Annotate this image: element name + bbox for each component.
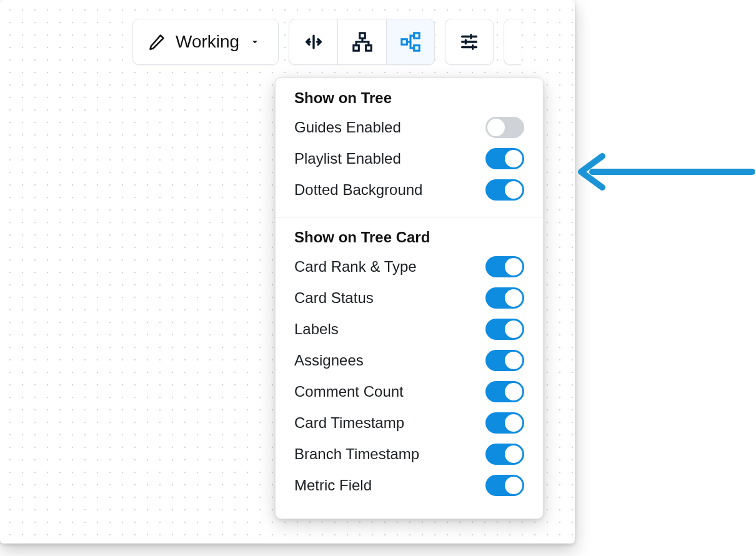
pencil-icon xyxy=(148,33,166,51)
toggle-card-timestamp[interactable] xyxy=(485,412,524,434)
toggle-row-comment-count: Comment Count xyxy=(294,376,524,407)
view-button-group xyxy=(289,19,435,65)
toggle-row-card-rank-type: Card Rank & Type xyxy=(294,251,524,282)
tree-up-icon xyxy=(352,31,373,52)
caret-down-icon xyxy=(249,36,261,47)
mode-label: Working xyxy=(176,32,239,52)
toggle-row-card-status: Card Status xyxy=(294,282,524,314)
toggle-guides-enabled[interactable] xyxy=(485,117,524,138)
tree-settings-panel: Show on Tree Guides Enabled Playlist Ena… xyxy=(275,77,544,519)
show-on-tree-card-section: Show on Tree Card Card Rank & Type Card … xyxy=(276,217,543,507)
toggle-row-metric-field: Metric Field xyxy=(294,470,524,501)
mode-dropdown-button[interactable]: Working xyxy=(132,19,279,65)
toggle-row-playlist-enabled: Playlist Enabled xyxy=(294,143,524,174)
toggle-label: Labels xyxy=(294,320,339,338)
settings-button[interactable] xyxy=(445,19,494,65)
compress-button[interactable] xyxy=(289,19,337,65)
tree-side-icon xyxy=(400,31,421,52)
toggle-label: Card Status xyxy=(294,289,374,307)
section-title: Show on Tree xyxy=(294,89,524,107)
sliders-icon xyxy=(459,31,480,52)
toggle-row-branch-timestamp: Branch Timestamp xyxy=(294,439,524,470)
toggle-labels[interactable] xyxy=(485,319,524,340)
toggle-label: Dotted Background xyxy=(294,181,422,199)
toggle-label: Card Rank & Type xyxy=(294,258,417,276)
tree-horizontal-button[interactable] xyxy=(386,19,435,65)
toggle-card-status[interactable] xyxy=(485,287,524,309)
toggle-card-rank-type[interactable] xyxy=(485,256,524,277)
toggle-comment-count[interactable] xyxy=(485,381,524,402)
toggle-metric-field[interactable] xyxy=(485,475,524,496)
compress-horizontal-icon xyxy=(303,31,324,52)
tree-vertical-button[interactable] xyxy=(337,19,386,65)
toggle-label: Assignees xyxy=(294,352,364,369)
dotted-canvas[interactable]: Working xyxy=(0,0,575,544)
toggle-label: Guides Enabled xyxy=(294,119,401,136)
toolbar: Working xyxy=(132,19,521,65)
toggle-label: Metric Field xyxy=(294,477,372,494)
toggle-row-labels: Labels xyxy=(294,314,524,345)
section-title: Show on Tree Card xyxy=(294,229,524,246)
toggle-label: Playlist Enabled xyxy=(294,150,401,167)
toggle-label: Card Timestamp xyxy=(294,414,404,432)
toggle-label: Comment Count xyxy=(294,383,404,400)
toggle-row-guides-enabled: Guides Enabled xyxy=(294,112,524,143)
toggle-label: Branch Timestamp xyxy=(294,445,419,463)
show-on-tree-section: Show on Tree Guides Enabled Playlist Ena… xyxy=(276,78,543,212)
toggle-assignees[interactable] xyxy=(485,350,524,371)
toggle-row-dotted-background: Dotted Background xyxy=(294,174,524,206)
overflow-button-partial[interactable] xyxy=(504,19,521,65)
annotation-arrow xyxy=(567,150,755,194)
toggle-playlist-enabled[interactable] xyxy=(485,148,524,169)
toggle-row-card-timestamp: Card Timestamp xyxy=(294,407,524,439)
toggle-branch-timestamp[interactable] xyxy=(485,444,524,465)
toggle-row-assignees: Assignees xyxy=(294,345,524,376)
toggle-dotted-background[interactable] xyxy=(485,179,524,201)
